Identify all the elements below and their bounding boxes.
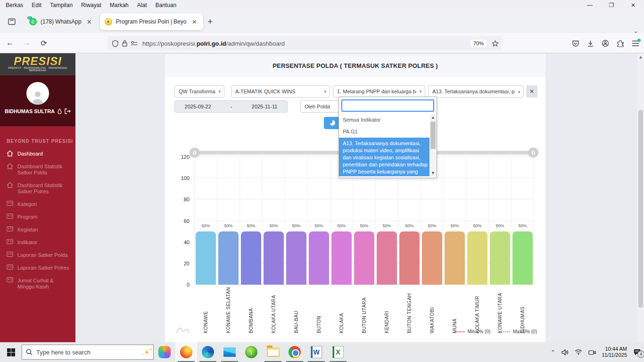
lock-icon[interactable] <box>120 40 129 47</box>
scrollbar-thumb[interactable] <box>638 110 643 308</box>
y-axis-tick: 100 <box>171 175 190 181</box>
sidebar-item-indikator[interactable]: Indikator <box>0 236 75 249</box>
avatar <box>26 82 49 105</box>
reload-button[interactable]: ⟳ <box>37 36 51 50</box>
scroll-down-icon[interactable]: ▼ <box>431 170 435 176</box>
sidebar-item-dashboard-statistik-satker-polres[interactable]: Dashboard Statistik Satker Polres <box>0 179 75 198</box>
scrollbar-up-icon[interactable]: ▲ <box>637 53 644 61</box>
menu-riwayat[interactable]: Riwayat <box>81 2 101 8</box>
taskbar-firefox-icon[interactable] <box>175 342 197 362</box>
sidebar-item-kegiatan[interactable]: Kegiatan <box>0 223 75 236</box>
scroll-up-icon[interactable]: ▲ <box>431 114 435 121</box>
tray-chevron-icon[interactable]: ⌃ <box>551 349 555 355</box>
permissions-icon[interactable] <box>129 41 139 46</box>
dropdown-search-input[interactable] <box>341 99 434 112</box>
browser-scrollbar[interactable]: ▲ <box>637 53 644 342</box>
sidebar-item-laporan-satker-polres[interactable]: Laporan Satker Polres <box>0 262 75 274</box>
browser-tab-1[interactable]: ✆(178) WhatsApp✕ <box>25 13 98 30</box>
bar-kendari[interactable] <box>377 231 397 285</box>
bar-muna[interactable] <box>445 231 465 285</box>
bar-value-label: 50% <box>466 223 488 228</box>
bar-konawe-utara[interactable] <box>490 231 510 285</box>
action-center-icon[interactable]: 4 <box>633 349 641 356</box>
restore-button[interactable]: ❐ <box>601 0 622 10</box>
taskbar-idm-icon[interactable]: ↓ <box>240 342 262 362</box>
menu-markah[interactable]: Markah <box>110 2 129 8</box>
menu-alat[interactable]: Alat <box>137 2 147 8</box>
menu-bantuan[interactable]: Bantuan <box>155 2 176 8</box>
dropdown-option-1[interactable]: Semua Indikator <box>339 114 437 126</box>
bar-bombana[interactable] <box>241 231 261 285</box>
select-program[interactable]: QW Transformasi ...▼ <box>174 85 224 98</box>
date-range-input[interactable]: 2025-09-22 - 2025-11-11 <box>174 100 288 113</box>
menu-berkas[interactable]: Berkas <box>6 2 23 8</box>
menu-hamburger-icon[interactable] <box>632 40 639 47</box>
dropdown-option-2[interactable]: PA.G1 <box>339 126 437 138</box>
clear-filter-button[interactable]: ✕ <box>526 85 537 98</box>
tab-close-icon[interactable]: ✕ <box>190 18 198 25</box>
sidebar-item-jumat-curhat-minggu-kasih[interactable]: Jumat Curhat & Minggu Kasih <box>0 274 75 293</box>
wifi-icon[interactable] <box>575 349 582 355</box>
downloads-icon[interactable] <box>587 40 594 47</box>
bar-kolaka-utara[interactable] <box>264 231 284 285</box>
taskbar-mail-icon[interactable] <box>219 342 240 362</box>
bar-buton[interactable] <box>309 231 329 285</box>
pocket-icon[interactable] <box>572 40 579 47</box>
x-axis-label: WAKATOBI <box>421 286 444 333</box>
bar-bidhumas[interactable] <box>512 231 533 285</box>
date-to[interactable]: 2025-11-11 <box>252 104 278 109</box>
bar-wakatobi[interactable] <box>422 231 442 285</box>
bar-konawe[interactable] <box>196 231 216 285</box>
new-tab-button[interactable]: + <box>208 17 213 27</box>
taskbar-word-icon[interactable]: W <box>305 342 327 362</box>
menu-tampilan[interactable]: Tampilan <box>50 2 73 8</box>
zoom-level-badge[interactable]: 70% <box>471 40 487 47</box>
scroll-thumb[interactable] <box>430 122 436 149</box>
close-button[interactable]: ✕ <box>622 0 644 10</box>
taskbar-copilot-icon[interactable] <box>154 342 175 362</box>
minimize-button[interactable]: — <box>579 0 601 10</box>
firefox-view-icon[interactable] <box>5 15 19 29</box>
sidebar-item-laporan-satker-polda[interactable]: Laporan Satker Polda <box>0 249 75 262</box>
account-icon[interactable] <box>602 40 609 47</box>
taskbar-chrome-icon[interactable] <box>284 342 305 362</box>
bar-buton-tengah[interactable] <box>399 231 420 285</box>
droplet-icon[interactable] <box>58 108 62 114</box>
date-from[interactable]: 2025-09-22 <box>185 104 211 109</box>
bar-konawe-selatan[interactable] <box>218 231 239 285</box>
bar-bau-bau[interactable] <box>286 231 306 285</box>
volume-icon[interactable] <box>561 349 569 355</box>
x-axis-label: KOLAKA TIMUR <box>466 286 489 333</box>
select-kegiatan[interactable]: 1. Melarang PNPP dan keluarga bergay...▼ <box>333 85 425 98</box>
x-axis-label: BUTON UTARA <box>353 286 375 333</box>
sidebar-item-dashboard[interactable]: Dashboard <box>0 148 75 160</box>
bar-kolaka-timur[interactable] <box>467 231 487 285</box>
taskbar-explorer-icon[interactable] <box>262 342 284 362</box>
sidebar-item-dashboard-statistik-satker-polda[interactable]: Dashboard Statistik Satker Polda <box>0 160 75 179</box>
sidebar-item-kategori[interactable]: Kategori <box>0 198 75 211</box>
forward-button[interactable]: → <box>20 36 34 50</box>
taskbar-search-input[interactable]: Type here to search ✦ <box>22 345 154 360</box>
chart-navigator-icon[interactable] <box>175 327 190 333</box>
bookmark-star-icon[interactable] <box>490 40 500 47</box>
dropdown-scrollbar[interactable]: ▲ ▼ <box>429 114 437 176</box>
shield-icon[interactable] <box>110 40 120 47</box>
taskbar-edge-icon[interactable] <box>197 342 219 362</box>
taskbar-clock[interactable]: 10:44 AM 11/11/2025 <box>602 346 627 358</box>
logout-icon[interactable] <box>65 108 71 114</box>
meet-now-icon[interactable] <box>588 349 596 355</box>
dropdown-option-3[interactable]: A13. Terlaksananya dokumentasi, produksi… <box>339 138 437 176</box>
url-bar[interactable]: https://poskopresisi.polri.go.id/admin/q… <box>107 36 503 50</box>
bar-kolaka[interactable] <box>331 231 352 285</box>
back-button[interactable]: ← <box>3 36 17 50</box>
extensions-puzzle-icon[interactable] <box>617 40 624 47</box>
browser-tab-2[interactable]: ★Program Presisi Polri | Beyond T✕ <box>100 13 203 30</box>
start-button[interactable] <box>0 342 22 362</box>
taskbar-excel-icon[interactable]: X <box>327 342 349 362</box>
tab-close-icon[interactable]: ✕ <box>85 18 93 25</box>
bar-buton-utara[interactable] <box>354 231 374 285</box>
sidebar-item-program[interactable]: Program <box>0 211 75 223</box>
select-indikator[interactable]: A13. Terlaksananya dokumentasi, prod...▲ <box>428 85 524 98</box>
menu-edit[interactable]: Edit <box>32 2 41 8</box>
select-tematik[interactable]: A-TEMATIK QUICK WINS▼ <box>231 85 330 98</box>
